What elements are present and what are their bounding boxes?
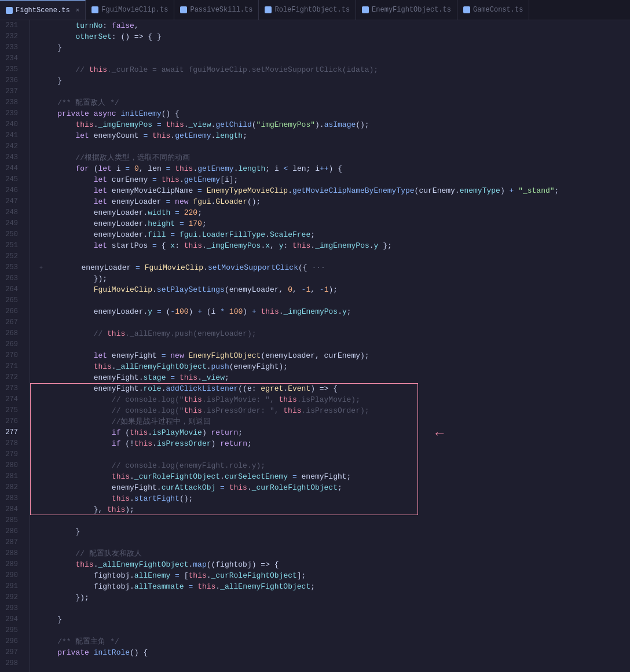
line-number-294: 294 — [0, 614, 23, 625]
code-line-241: let enemyCount = this.getEnemy.length; — [30, 130, 630, 141]
code-line-264: FguiMovieClip.setPlaySettings(enemyLoade… — [30, 284, 630, 295]
code-line-253: + enemyLoader = FguiMovieClip.setMovieSu… — [30, 262, 630, 273]
code-line-277: if (this.isPlayMovie) return; — [30, 427, 630, 438]
code-line-279 — [30, 449, 630, 460]
line-number-244: 244 — [0, 163, 23, 174]
line-number-252: 252 — [0, 251, 23, 262]
line-number-243: 243 — [0, 152, 23, 163]
ts-icon — [6, 7, 13, 14]
code-line-247: let enemyLoader = new fgui.GLoader(); — [30, 196, 630, 207]
tab-enemyfight[interactable]: EnemyFightObject.ts — [356, 0, 457, 20]
line-number-289: 289 — [0, 559, 23, 570]
line-number-269: 269 — [0, 339, 23, 350]
tab-enemyfight-label: EnemyFightObject.ts — [372, 6, 451, 14]
line-number-291: 291 — [0, 581, 23, 592]
code-line-250: enemyLoader.fill = fgui.LoaderFillType.S… — [30, 229, 630, 240]
code-line-297: private initRole() { — [30, 647, 630, 658]
tab-fguimovie-label: FguiMovieClip.ts — [101, 6, 168, 14]
code-line-265 — [30, 295, 630, 306]
tab-rolefight-label: RoleFightObject.ts — [274, 6, 350, 14]
code-content[interactable]: turnNo: false, otherSet: () => { } } // … — [30, 20, 630, 672]
code-line-270: let enemyFight = new EnemyFightObject(en… — [30, 350, 630, 361]
line-number-248: 248 — [0, 207, 23, 218]
line-number-292: 292 — [0, 592, 23, 603]
code-line-238: /** 配置敌人 */ — [30, 97, 630, 108]
code-line-298 — [30, 658, 630, 669]
line-number-280: 280 — [0, 460, 23, 471]
code-line-289: this._allEnemyFightObject.map((fightobj)… — [30, 559, 630, 570]
tab-fguimovie[interactable]: FguiMovieClip.ts — [86, 0, 174, 20]
line-number-283: 283 — [0, 493, 23, 504]
code-line-283: this.startFight(); — [30, 493, 630, 504]
ts-icon-6 — [463, 6, 470, 13]
line-number-246: 246 — [0, 185, 23, 196]
line-number-267: 267 — [0, 317, 23, 328]
code-line-231: turnNo: false, — [30, 20, 630, 31]
line-number-240: 240 — [0, 119, 23, 130]
code-line-278: if (!this.isPressOrder) return; — [30, 438, 630, 449]
code-line-236: } — [30, 75, 630, 86]
line-number-241: 241 — [0, 130, 23, 141]
line-number-242: 242 — [0, 141, 23, 152]
line-number-285: 285 — [0, 515, 23, 526]
ts-icon-5 — [362, 6, 369, 13]
code-line-232: otherSet: () => { } — [30, 31, 630, 42]
ts-icon-2 — [91, 6, 98, 13]
ts-icon-3 — [180, 6, 187, 13]
code-line-248: enemyLoader.width = 220; — [30, 207, 630, 218]
line-number-282: 282 — [0, 482, 23, 493]
code-line-272: enemyFight.stage = this._view; — [30, 372, 630, 383]
line-number-266: 266 — [0, 306, 23, 317]
code-line-245: let curEnemy = this.getEnemy[i]; — [30, 174, 630, 185]
tab-fightscene[interactable]: FightScene.ts × — [0, 0, 86, 20]
code-line-273: enemyFight.role.addClickListener((e: egr… — [30, 383, 630, 394]
tab-fightscene-close[interactable]: × — [76, 7, 80, 14]
line-number-284: 284 — [0, 504, 23, 515]
line-number-235: 235 — [0, 64, 23, 75]
code-line-240: this._imgEnemyPos = this._view.getChild(… — [30, 119, 630, 130]
line-number-236: 236 — [0, 75, 23, 86]
code-line-281: this._curRoleFightObject.curSelectEnemy … — [30, 471, 630, 482]
line-number-295: 295 — [0, 625, 23, 636]
line-number-293: 293 — [0, 603, 23, 614]
tab-rolefight[interactable]: RoleFightObject.ts — [259, 0, 356, 20]
line-numbers: 2312322332342352362372382392402412422432… — [0, 20, 30, 672]
code-line-234 — [30, 53, 630, 64]
code-line-269 — [30, 339, 630, 350]
line-number-278: 278 — [0, 438, 23, 449]
code-line-235: // this._curRole = await fguiMovieClip.s… — [30, 64, 630, 75]
line-number-233: 233 — [0, 42, 23, 53]
tab-passiveskill[interactable]: PassiveSkill.ts — [174, 0, 259, 20]
line-number-274: 274 — [0, 394, 23, 405]
code-line-292: }); — [30, 592, 630, 603]
line-number-234: 234 — [0, 53, 23, 64]
line-number-268: 268 — [0, 328, 23, 339]
line-number-287: 287 — [0, 537, 23, 548]
line-number-253: 253 — [0, 262, 23, 273]
code-line-266: enemyLoader.y = (-100) + (i * 100) + thi… — [30, 306, 630, 317]
tab-fightscene-label: FightScene.ts — [16, 6, 70, 14]
line-number-238: 238 — [0, 97, 23, 108]
tab-bar: FightScene.ts × FguiMovieClip.ts Passive… — [0, 0, 630, 20]
line-number-239: 239 — [0, 108, 23, 119]
line-number-270: 270 — [0, 350, 23, 361]
line-number-272: 272 — [0, 372, 23, 383]
line-number-288: 288 — [0, 548, 23, 559]
tab-gameconst[interactable]: GameConst.ts — [457, 0, 529, 20]
line-number-277: 277 — [0, 427, 23, 438]
code-line-252 — [30, 251, 630, 262]
tab-gameconst-label: GameConst.ts — [473, 6, 523, 14]
code-line-295 — [30, 625, 630, 636]
code-line-244: for (let i = 0, len = this.getEnemy.leng… — [30, 163, 630, 174]
line-number-249: 249 — [0, 218, 23, 229]
line-number-231: 231 — [0, 20, 23, 31]
code-line-287 — [30, 537, 630, 548]
code-line-290: fightobj.allEnemy = [this._curRoleFightO… — [30, 570, 630, 581]
line-number-276: 276 — [0, 416, 23, 427]
tab-passiveskill-label: PassiveSkill.ts — [190, 6, 252, 14]
line-number-298: 298 — [0, 658, 23, 669]
code-line-280: // console.log(enemyFight.role.y); — [30, 460, 630, 471]
line-number-275: 275 — [0, 405, 23, 416]
code-line-288: // 配置队友和敌人 — [30, 548, 630, 559]
code-line-271: this._allEnemyFightObject.push(enemyFigh… — [30, 361, 630, 372]
